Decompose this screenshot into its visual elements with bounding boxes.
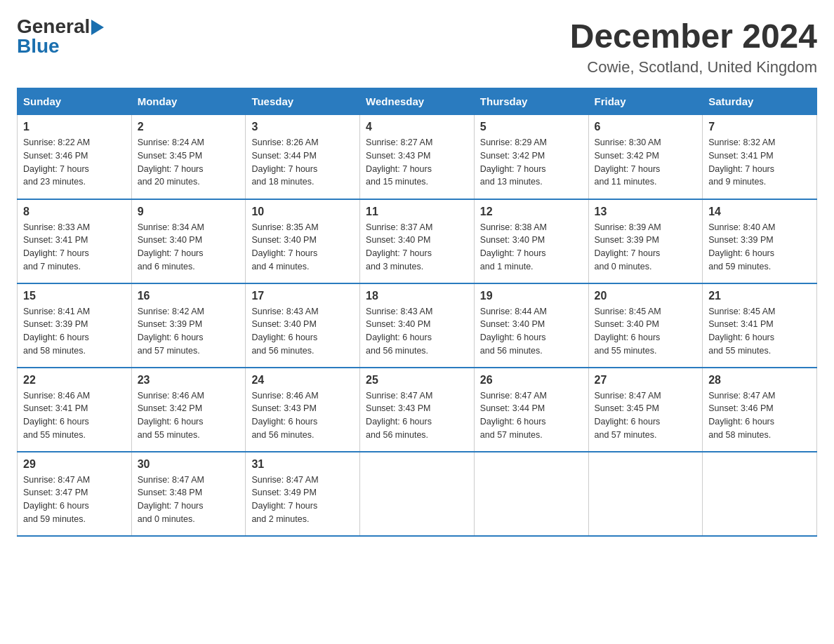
calendar-cell: 20 Sunrise: 8:45 AMSunset: 3:40 PMDaylig… xyxy=(588,283,703,368)
day-info: Sunrise: 8:24 AMSunset: 3:45 PMDaylight:… xyxy=(138,136,240,189)
calendar-week-row: 22 Sunrise: 8:46 AMSunset: 3:41 PMDaylig… xyxy=(18,368,817,452)
day-header-friday: Friday xyxy=(588,88,703,115)
day-info: Sunrise: 8:46 AMSunset: 3:43 PMDaylight:… xyxy=(251,389,354,442)
day-number: 30 xyxy=(138,458,240,471)
day-header-monday: Monday xyxy=(131,88,246,115)
day-info: Sunrise: 8:22 AMSunset: 3:46 PMDaylight:… xyxy=(23,136,126,189)
calendar-cell: 31 Sunrise: 8:47 AMSunset: 3:49 PMDaylig… xyxy=(246,452,360,536)
day-number: 4 xyxy=(366,121,468,133)
location-title: Cowie, Scotland, United Kingdom xyxy=(570,58,817,76)
calendar-cell: 3 Sunrise: 8:26 AMSunset: 3:44 PMDayligh… xyxy=(246,115,360,199)
day-number: 12 xyxy=(480,206,583,218)
day-number: 5 xyxy=(480,121,583,133)
calendar-cell: 25 Sunrise: 8:47 AMSunset: 3:43 PMDaylig… xyxy=(360,368,475,452)
day-info: Sunrise: 8:47 AMSunset: 3:46 PMDaylight:… xyxy=(708,389,811,442)
calendar-cell: 7 Sunrise: 8:32 AMSunset: 3:41 PMDayligh… xyxy=(703,115,817,199)
calendar-cell: 19 Sunrise: 8:44 AMSunset: 3:40 PMDaylig… xyxy=(474,283,588,368)
day-number: 15 xyxy=(23,290,126,302)
day-info: Sunrise: 8:42 AMSunset: 3:39 PMDaylight:… xyxy=(138,305,240,358)
calendar-cell: 2 Sunrise: 8:24 AMSunset: 3:45 PMDayligh… xyxy=(131,115,246,199)
calendar-cell: 29 Sunrise: 8:47 AMSunset: 3:47 PMDaylig… xyxy=(18,452,132,536)
day-info: Sunrise: 8:30 AMSunset: 3:42 PMDaylight:… xyxy=(595,136,697,189)
calendar-week-row: 15 Sunrise: 8:41 AMSunset: 3:39 PMDaylig… xyxy=(18,283,817,368)
day-header-wednesday: Wednesday xyxy=(360,88,475,115)
day-info: Sunrise: 8:47 AMSunset: 3:49 PMDaylight:… xyxy=(251,474,354,526)
calendar-cell: 17 Sunrise: 8:43 AMSunset: 3:40 PMDaylig… xyxy=(246,283,360,368)
calendar-cell: 11 Sunrise: 8:37 AMSunset: 3:40 PMDaylig… xyxy=(360,199,475,283)
calendar-cell xyxy=(474,452,588,536)
day-info: Sunrise: 8:43 AMSunset: 3:40 PMDaylight:… xyxy=(251,305,354,358)
day-number: 26 xyxy=(480,374,583,387)
calendar-cell: 14 Sunrise: 8:40 AMSunset: 3:39 PMDaylig… xyxy=(703,199,817,283)
day-number: 21 xyxy=(708,290,811,302)
day-info: Sunrise: 8:46 AMSunset: 3:41 PMDaylight:… xyxy=(23,389,126,442)
title-block: December 2024 Cowie, Scotland, United Ki… xyxy=(570,17,817,76)
day-number: 2 xyxy=(138,121,240,133)
day-number: 18 xyxy=(366,290,468,302)
day-info: Sunrise: 8:43 AMSunset: 3:40 PMDaylight:… xyxy=(366,305,468,358)
calendar-cell: 28 Sunrise: 8:47 AMSunset: 3:46 PMDaylig… xyxy=(703,368,817,452)
day-info: Sunrise: 8:41 AMSunset: 3:39 PMDaylight:… xyxy=(23,305,126,358)
day-number: 3 xyxy=(251,121,354,133)
calendar-cell: 1 Sunrise: 8:22 AMSunset: 3:46 PMDayligh… xyxy=(18,115,132,199)
logo-general-text: General xyxy=(17,17,90,36)
day-info: Sunrise: 8:38 AMSunset: 3:40 PMDaylight:… xyxy=(480,221,583,274)
day-info: Sunrise: 8:37 AMSunset: 3:40 PMDaylight:… xyxy=(366,221,468,274)
calendar-cell: 30 Sunrise: 8:47 AMSunset: 3:48 PMDaylig… xyxy=(131,452,246,536)
logo-flag-icon xyxy=(91,20,104,35)
month-title: December 2024 xyxy=(570,17,817,55)
calendar-cell: 15 Sunrise: 8:41 AMSunset: 3:39 PMDaylig… xyxy=(18,283,132,368)
day-info: Sunrise: 8:32 AMSunset: 3:41 PMDaylight:… xyxy=(708,136,811,189)
day-number: 1 xyxy=(23,121,126,133)
day-number: 9 xyxy=(138,206,240,218)
day-info: Sunrise: 8:44 AMSunset: 3:40 PMDaylight:… xyxy=(480,305,583,358)
calendar-cell: 22 Sunrise: 8:46 AMSunset: 3:41 PMDaylig… xyxy=(18,368,132,452)
logo-blue-text: Blue xyxy=(17,35,60,57)
day-info: Sunrise: 8:47 AMSunset: 3:47 PMDaylight:… xyxy=(23,474,126,526)
calendar-cell: 4 Sunrise: 8:27 AMSunset: 3:43 PMDayligh… xyxy=(360,115,475,199)
day-info: Sunrise: 8:29 AMSunset: 3:42 PMDaylight:… xyxy=(480,136,583,189)
day-number: 22 xyxy=(23,374,126,387)
day-number: 19 xyxy=(480,290,583,302)
calendar-table: SundayMondayTuesdayWednesdayThursdayFrid… xyxy=(17,88,817,537)
day-info: Sunrise: 8:45 AMSunset: 3:41 PMDaylight:… xyxy=(708,305,811,358)
day-number: 20 xyxy=(595,290,697,302)
day-number: 8 xyxy=(23,206,126,218)
day-number: 6 xyxy=(595,121,697,133)
day-header-tuesday: Tuesday xyxy=(246,88,360,115)
day-number: 23 xyxy=(138,374,240,387)
calendar-cell: 21 Sunrise: 8:45 AMSunset: 3:41 PMDaylig… xyxy=(703,283,817,368)
day-number: 14 xyxy=(708,206,811,218)
calendar-cell: 9 Sunrise: 8:34 AMSunset: 3:40 PMDayligh… xyxy=(131,199,246,283)
calendar-cell: 23 Sunrise: 8:46 AMSunset: 3:42 PMDaylig… xyxy=(131,368,246,452)
day-info: Sunrise: 8:45 AMSunset: 3:40 PMDaylight:… xyxy=(595,305,697,358)
day-info: Sunrise: 8:27 AMSunset: 3:43 PMDaylight:… xyxy=(366,136,468,189)
calendar-cell: 24 Sunrise: 8:46 AMSunset: 3:43 PMDaylig… xyxy=(246,368,360,452)
day-number: 16 xyxy=(138,290,240,302)
day-info: Sunrise: 8:35 AMSunset: 3:40 PMDaylight:… xyxy=(251,221,354,274)
day-info: Sunrise: 8:47 AMSunset: 3:45 PMDaylight:… xyxy=(595,389,697,442)
day-number: 27 xyxy=(595,374,697,387)
calendar-cell xyxy=(360,452,475,536)
calendar-cell: 12 Sunrise: 8:38 AMSunset: 3:40 PMDaylig… xyxy=(474,199,588,283)
calendar-week-row: 1 Sunrise: 8:22 AMSunset: 3:46 PMDayligh… xyxy=(18,115,817,199)
day-number: 7 xyxy=(708,121,811,133)
logo: General Blue xyxy=(17,17,104,56)
calendar-week-row: 29 Sunrise: 8:47 AMSunset: 3:47 PMDaylig… xyxy=(18,452,817,536)
calendar-header-row: SundayMondayTuesdayWednesdayThursdayFrid… xyxy=(18,88,817,115)
calendar-cell: 13 Sunrise: 8:39 AMSunset: 3:39 PMDaylig… xyxy=(588,199,703,283)
calendar-cell: 26 Sunrise: 8:47 AMSunset: 3:44 PMDaylig… xyxy=(474,368,588,452)
calendar-week-row: 8 Sunrise: 8:33 AMSunset: 3:41 PMDayligh… xyxy=(18,199,817,283)
day-number: 11 xyxy=(366,206,468,218)
day-info: Sunrise: 8:47 AMSunset: 3:43 PMDaylight:… xyxy=(366,389,468,442)
day-number: 29 xyxy=(23,458,126,471)
day-header-thursday: Thursday xyxy=(474,88,588,115)
day-info: Sunrise: 8:34 AMSunset: 3:40 PMDaylight:… xyxy=(138,221,240,274)
calendar-cell xyxy=(703,452,817,536)
day-info: Sunrise: 8:33 AMSunset: 3:41 PMDaylight:… xyxy=(23,221,126,274)
day-number: 17 xyxy=(251,290,354,302)
calendar-cell: 27 Sunrise: 8:47 AMSunset: 3:45 PMDaylig… xyxy=(588,368,703,452)
calendar-cell: 10 Sunrise: 8:35 AMSunset: 3:40 PMDaylig… xyxy=(246,199,360,283)
day-info: Sunrise: 8:26 AMSunset: 3:44 PMDaylight:… xyxy=(251,136,354,189)
calendar-cell: 6 Sunrise: 8:30 AMSunset: 3:42 PMDayligh… xyxy=(588,115,703,199)
